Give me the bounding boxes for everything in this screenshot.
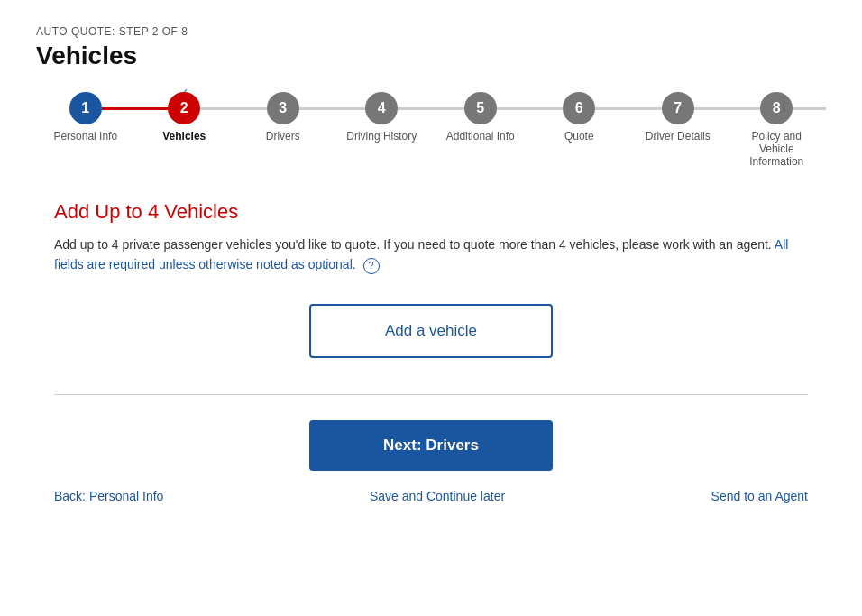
step-label-8: Policy and Vehicle Information — [736, 130, 817, 168]
bottom-links: Back: Personal Info Save and Continue la… — [36, 489, 826, 503]
send-agent-button[interactable]: Send to an Agent — [711, 489, 808, 503]
step-label-1: Personal Info — [53, 130, 117, 143]
step-circle-6: 6 — [563, 92, 595, 124]
add-vehicle-button[interactable]: Add a vehicle — [309, 304, 553, 358]
step-6: 6 Quote — [530, 92, 629, 143]
step-3: 3 Drivers — [234, 92, 333, 143]
step-label-3: Drivers — [266, 130, 300, 143]
divider — [54, 394, 808, 395]
save-later-button[interactable]: Save and Continue later — [370, 489, 505, 503]
step-4: 4 Driving History — [333, 92, 432, 143]
step-1: 1 Personal Info — [36, 92, 135, 143]
section-description: Add up to 4 private passenger vehicles y… — [54, 234, 808, 275]
step-circle-5: 5 — [464, 92, 497, 124]
step-8: 8 Policy and Vehicle Information — [728, 92, 827, 168]
step-7: 7 Driver Details — [628, 92, 728, 143]
step-label-4: Driving History — [346, 130, 417, 143]
step-circle-2: 2 — [168, 92, 200, 124]
step-circle-1: 1 — [69, 92, 102, 124]
step-circle-8: 8 — [760, 92, 793, 124]
step-label-6: Quote — [564, 130, 594, 143]
step-2: ✓ 2 Vehicles — [135, 92, 234, 143]
step-5: 5 Additional Info — [431, 92, 530, 143]
section-title: Add Up to 4 Vehicles — [54, 200, 808, 224]
step-label: AUTO QUOTE: STEP 2 OF 8 — [36, 25, 826, 38]
back-button[interactable]: Back: Personal Info — [54, 489, 163, 503]
step-label-5: Additional Info — [446, 130, 515, 143]
step-circle-3: 3 — [267, 92, 299, 124]
step-label-2: Vehicles — [162, 130, 206, 143]
page-title: Vehicles — [36, 41, 826, 70]
step-label-7: Driver Details — [646, 130, 711, 143]
step-circle-4: 4 — [365, 92, 398, 124]
progress-stepper: 1 Personal Info ✓ 2 Vehicles 3 — [36, 92, 826, 168]
step-circle-7: 7 — [662, 92, 694, 124]
next-button[interactable]: Next: Drivers — [309, 420, 553, 471]
required-fields-note: All fields are required unless otherwise… — [54, 237, 788, 271]
help-icon[interactable]: ? — [363, 258, 380, 274]
content-area: Add Up to 4 Vehicles Add up to 4 private… — [36, 200, 826, 471]
